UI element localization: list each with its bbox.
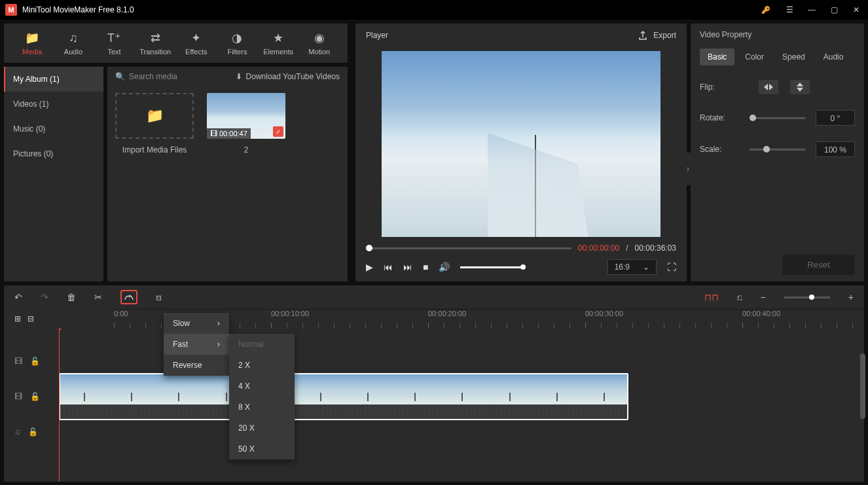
link-button[interactable]: ⎌ <box>737 292 742 302</box>
scale-value[interactable]: 100 % <box>816 141 855 157</box>
zoom-out-button[interactable]: − <box>761 292 766 302</box>
player-preview[interactable] <box>369 51 674 237</box>
flip-horizontal-button[interactable] <box>759 80 778 94</box>
album-myalbum[interactable]: My Album (1) <box>4 67 103 92</box>
fast-normal[interactable]: Normal <box>229 334 295 355</box>
add-marker-button[interactable]: ⊞ <box>14 314 21 323</box>
timeline-clip[interactable]: 🎞 2 <box>59 373 628 420</box>
fast-4x[interactable]: 4 X <box>229 376 295 397</box>
clip-duration: 🎞 00:00:47 <box>207 128 251 139</box>
collapse-handle[interactable]: › <box>685 153 691 185</box>
import-label: Import Media Files <box>122 145 187 154</box>
film-icon: 🎞 <box>210 130 217 137</box>
fast-2x[interactable]: 2 X <box>229 355 295 376</box>
play-button[interactable]: ▶ <box>366 262 373 272</box>
volume-slider[interactable] <box>460 266 526 268</box>
aspect-ratio-select[interactable]: 16:9⌄ <box>607 259 657 275</box>
total-time: 00:00:36:03 <box>635 243 676 253</box>
property-title: Video Property <box>700 30 855 39</box>
proptab-color[interactable]: Color <box>737 48 772 65</box>
chevron-down-icon: ⌄ <box>643 262 649 272</box>
tab-filters[interactable]: ◑Filters <box>217 31 258 56</box>
stop-button[interactable]: ■ <box>423 262 428 272</box>
seek-slider[interactable] <box>366 247 571 249</box>
tab-motion[interactable]: ◉Motion <box>298 31 340 56</box>
album-list: My Album (1) Videos (1) Music (0) Pictur… <box>4 67 103 281</box>
rotate-value[interactable]: 0 ° <box>816 110 855 126</box>
lock-icon[interactable]: 🔓 <box>30 392 40 401</box>
rotate-label: Rotate: <box>700 113 739 122</box>
fullscreen-button[interactable]: ⛶ <box>667 262 676 272</box>
magnet-button[interactable]: ⊓⊓ <box>704 292 719 302</box>
fast-50x[interactable]: 50 X <box>229 439 295 459</box>
property-panel: › Video Property Basic Color Speed Audio… <box>691 24 864 281</box>
zoom-in-button[interactable]: + <box>848 292 854 302</box>
lock-icon[interactable]: 🔓 <box>28 427 38 437</box>
search-input[interactable]: 🔍 Search media <box>115 72 230 81</box>
proptab-speed[interactable]: Speed <box>774 48 813 65</box>
crop-button[interactable]: ⧈ <box>156 292 162 303</box>
media-clip-thumbnail[interactable]: 🎞 00:00:47 ✓ <box>207 93 285 139</box>
app-logo: M <box>5 4 17 16</box>
tab-effects[interactable]: ✦Effects <box>176 31 217 56</box>
album-videos[interactable]: Videos (1) <box>4 92 103 117</box>
media-grid: 🔍 Search media ⬇ Download YouTube Videos… <box>107 67 348 281</box>
album-music[interactable]: Music (0) <box>4 117 103 141</box>
folder-icon: 📁 <box>146 107 164 124</box>
timeline-scrollbar[interactable] <box>860 353 865 419</box>
proptab-audio[interactable]: Audio <box>816 48 852 65</box>
volume-button[interactable]: 🔊 <box>439 262 450 272</box>
delete-button[interactable]: 🗑 <box>67 292 76 302</box>
speed-menu-slow[interactable]: Slow› <box>164 313 229 334</box>
maximize-button[interactable]: ▢ <box>827 5 841 14</box>
import-media-button[interactable]: 📁 <box>115 93 194 139</box>
tab-audio[interactable]: ♫Audio <box>53 31 94 56</box>
fast-8x[interactable]: 8 X <box>229 397 295 418</box>
export-button[interactable]: Export <box>638 30 676 41</box>
download-icon: ⬇ <box>236 72 242 81</box>
fast-submenu: Normal 2 X 4 X 8 X 20 X 50 X <box>229 334 295 459</box>
checkmark-icon: ✓ <box>273 126 283 137</box>
chevron-right-icon: › <box>217 319 220 328</box>
minimize-button[interactable]: — <box>805 5 818 14</box>
download-youtube-button[interactable]: ⬇ Download YouTube Videos <box>236 72 340 81</box>
video-track-icon: 🎞 <box>14 357 22 366</box>
reset-button[interactable]: Reset <box>782 255 855 275</box>
scale-label: Scale: <box>700 145 739 154</box>
export-icon <box>638 30 648 41</box>
split-button[interactable]: ✂ <box>94 292 102 302</box>
video-track-icon: 🎞 <box>14 392 22 401</box>
playhead[interactable] <box>59 329 60 482</box>
tab-media[interactable]: 📁Media <box>12 31 53 56</box>
tab-transition[interactable]: ⇄Transition <box>135 31 176 56</box>
app-title: MiniTool MovieMaker Free 8.1.0 <box>22 5 761 14</box>
speed-button[interactable] <box>120 290 137 304</box>
clip-label: 2 <box>244 145 249 154</box>
rotate-slider[interactable] <box>750 117 805 119</box>
tab-elements[interactable]: ★Elements <box>258 31 299 56</box>
title-bar: M MiniTool MovieMaker Free 8.1.0 ☰ — ▢ ✕ <box>0 0 868 20</box>
audio-track-icon: ♫ <box>14 427 20 437</box>
lock-icon[interactable]: 🔓 <box>30 357 40 366</box>
tab-text[interactable]: T⁺Text <box>94 31 135 56</box>
zoom-slider[interactable] <box>784 296 830 298</box>
scale-slider[interactable] <box>750 149 805 151</box>
proptab-basic[interactable]: Basic <box>700 48 734 65</box>
next-frame-button[interactable]: ⏭ <box>403 262 412 272</box>
speed-menu-fast[interactable]: Fast› <box>164 334 229 355</box>
redo-button[interactable]: ↷ <box>41 292 48 302</box>
main-tabs: 📁Media ♫Audio T⁺Text ⇄Transition ✦Effect… <box>4 24 348 63</box>
player-title: Player <box>366 31 388 40</box>
remove-marker-button[interactable]: ⊟ <box>27 314 34 323</box>
prev-frame-button[interactable]: ⏮ <box>384 262 393 272</box>
key-icon[interactable] <box>761 5 774 15</box>
undo-button[interactable]: ↶ <box>14 292 22 302</box>
search-icon: 🔍 <box>115 72 125 81</box>
speed-menu-reverse[interactable]: Reverse <box>164 355 229 376</box>
chevron-right-icon: › <box>217 340 220 349</box>
menu-icon[interactable]: ☰ <box>783 5 796 14</box>
album-pictures[interactable]: Pictures (0) <box>4 141 103 166</box>
flip-vertical-button[interactable] <box>790 80 810 94</box>
fast-20x[interactable]: 20 X <box>229 418 295 439</box>
close-button[interactable]: ✕ <box>850 5 863 14</box>
